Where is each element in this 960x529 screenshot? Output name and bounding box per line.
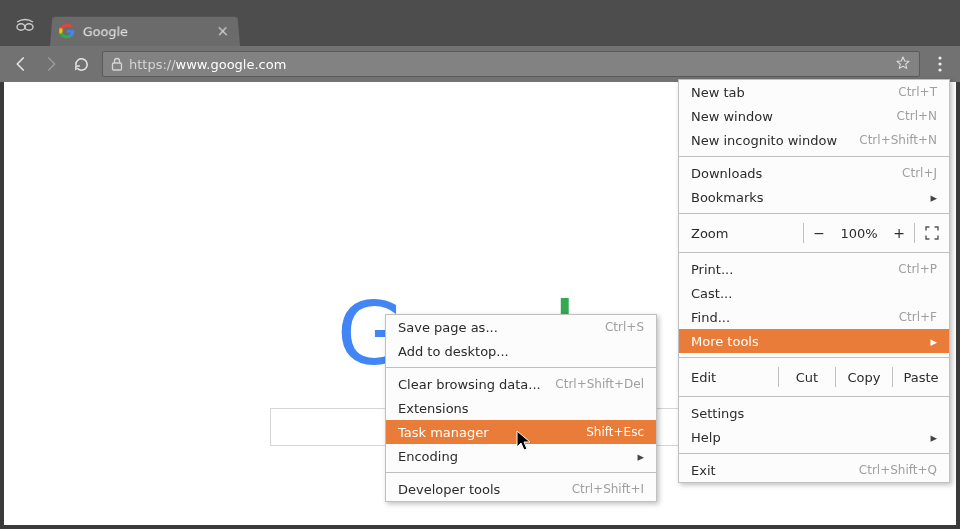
zoom-out-button[interactable]: − [804, 225, 834, 241]
menu-downloads[interactable]: DownloadsCtrl+J [679, 161, 949, 185]
menu-more-tools[interactable]: More tools▸ [679, 329, 949, 353]
svg-rect-6 [113, 63, 122, 70]
menu-new-window[interactable]: New windowCtrl+N [679, 104, 949, 128]
svg-point-9 [938, 68, 941, 71]
app-window: Google × https://www.google.com [0, 0, 960, 529]
submenu-save-page[interactable]: Save page as...Ctrl+S [386, 315, 656, 339]
more-tools-submenu: Save page as...Ctrl+S Add to desktop... … [385, 314, 657, 502]
tab-google[interactable]: Google × [50, 17, 240, 46]
svg-point-8 [938, 62, 941, 65]
submenu-developer-tools[interactable]: Developer toolsCtrl+Shift+I [386, 477, 656, 501]
submenu-encoding[interactable]: Encoding▸ [386, 444, 656, 468]
menu-edit-row: Edit Cut Copy Paste [679, 362, 949, 392]
menu-separator [386, 472, 656, 473]
submenu-clear-data[interactable]: Clear browsing data...Ctrl+Shift+Del [386, 372, 656, 396]
menu-new-incognito[interactable]: New incognito windowCtrl+Shift+N [679, 128, 949, 152]
bookmark-star-icon[interactable] [895, 55, 911, 74]
favicon-google-icon [59, 23, 76, 39]
svg-point-4 [17, 24, 25, 30]
menu-bookmarks[interactable]: Bookmarks▸ [679, 185, 949, 209]
copy-button[interactable]: Copy [836, 370, 892, 385]
edit-label: Edit [691, 370, 778, 385]
incognito-icon [14, 14, 36, 36]
chevron-right-icon: ▸ [930, 334, 937, 349]
menu-separator [679, 396, 949, 397]
menu-separator [679, 213, 949, 214]
submenu-extensions[interactable]: Extensions [386, 396, 656, 420]
menu-separator [679, 357, 949, 358]
menu-zoom-row: Zoom − 100% + [679, 218, 949, 248]
chevron-right-icon: ▸ [930, 430, 937, 445]
menu-help[interactable]: Help▸ [679, 425, 949, 449]
back-button[interactable] [6, 49, 36, 79]
menu-exit[interactable]: ExitCtrl+Shift+Q [679, 458, 949, 482]
zoom-in-button[interactable]: + [884, 225, 914, 241]
zoom-label: Zoom [691, 226, 803, 241]
url-text: https://www.google.com [129, 57, 286, 72]
zoom-value: 100% [834, 226, 884, 241]
menu-print[interactable]: Print...Ctrl+P [679, 257, 949, 281]
forward-button[interactable] [36, 49, 66, 79]
menu-settings[interactable]: Settings [679, 401, 949, 425]
fullscreen-button[interactable] [915, 226, 949, 240]
chevron-right-icon: ▸ [637, 449, 644, 464]
chevron-right-icon: ▸ [930, 190, 937, 205]
cut-button[interactable]: Cut [779, 370, 835, 385]
tab-title: Google [82, 24, 217, 39]
svg-point-5 [25, 24, 33, 30]
address-bar[interactable]: https://www.google.com [102, 51, 920, 77]
main-menu: New tabCtrl+T New windowCtrl+N New incog… [678, 79, 950, 483]
menu-button[interactable] [926, 50, 954, 78]
paste-button[interactable]: Paste [893, 370, 949, 385]
menu-find[interactable]: Find...Ctrl+F [679, 305, 949, 329]
toolbar: https://www.google.com [0, 46, 960, 82]
menu-separator [679, 252, 949, 253]
menu-cast[interactable]: Cast... [679, 281, 949, 305]
svg-point-7 [938, 56, 941, 59]
submenu-task-manager[interactable]: Task managerShift+Esc [386, 420, 656, 444]
reload-button[interactable] [66, 49, 96, 79]
submenu-add-desktop[interactable]: Add to desktop... [386, 339, 656, 363]
menu-separator [679, 156, 949, 157]
menu-separator [386, 367, 656, 368]
tab-close-icon[interactable]: × [216, 24, 229, 39]
menu-separator [679, 453, 949, 454]
tab-strip: Google × [0, 0, 960, 46]
menu-new-tab[interactable]: New tabCtrl+T [679, 80, 949, 104]
lock-icon [111, 57, 123, 71]
